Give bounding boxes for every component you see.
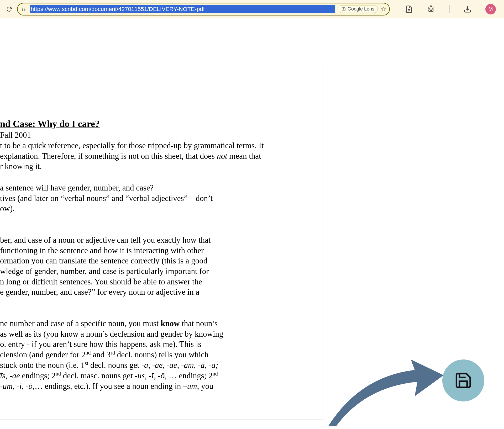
url-text[interactable]: https://www.scribd.com/document/42701155… — [30, 5, 335, 13]
bookmark-star-icon[interactable]: ☆ — [381, 6, 386, 13]
svg-point-7 — [343, 8, 344, 10]
google-lens-label: Google Lens — [348, 6, 374, 12]
profile-avatar[interactable]: M — [485, 4, 496, 14]
toolbar-icons: M — [404, 4, 496, 14]
reload-button[interactable] — [5, 5, 13, 13]
save-floating-button[interactable] — [442, 359, 484, 401]
reader-mode-icon[interactable] — [404, 4, 414, 14]
google-lens-button[interactable]: Google Lens — [338, 5, 378, 13]
paragraph-2: a sentence will have gender, number, and… — [0, 183, 291, 214]
toolbar-divider — [449, 5, 450, 13]
paragraph-3: ber, and case of a noun or adjective can… — [0, 235, 291, 297]
svg-point-0 — [22, 8, 23, 9]
svg-point-1 — [24, 9, 25, 10]
document-title: nd Case: Why do I care? — [0, 118, 291, 129]
document-subtitle: Fall 2001 — [0, 130, 291, 140]
paragraph-4: ne number and case of a specific noun, y… — [0, 318, 291, 391]
document-page: nd Case: Why do I care? Fall 2001 t to b… — [0, 63, 323, 420]
svg-rect-6 — [342, 8, 345, 11]
extensions-icon[interactable] — [427, 4, 436, 14]
browser-toolbar: https://www.scribd.com/document/42701155… — [0, 0, 504, 18]
downloads-icon[interactable] — [463, 4, 472, 14]
page-content: nd Case: Why do I care? Fall 2001 t to b… — [0, 18, 504, 429]
address-bar[interactable]: https://www.scribd.com/document/42701155… — [17, 3, 390, 15]
site-settings-icon[interactable] — [21, 6, 27, 12]
paragraph-1: t to be a quick reference, especially fo… — [0, 140, 291, 172]
save-icon — [454, 371, 472, 390]
avatar-letter: M — [489, 6, 493, 12]
tutorial-arrow-icon — [320, 345, 452, 429]
